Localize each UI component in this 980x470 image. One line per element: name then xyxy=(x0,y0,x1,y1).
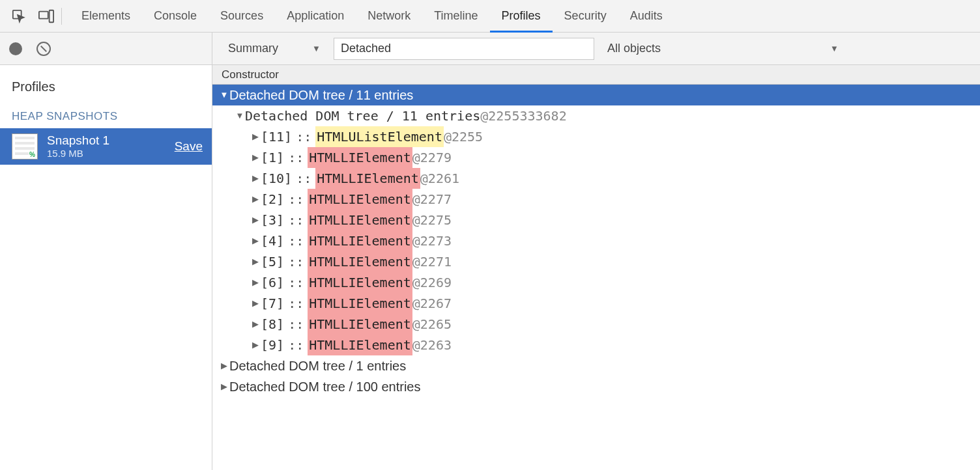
record-button[interactable] xyxy=(9,42,22,55)
separator: :: xyxy=(284,147,308,168)
tree-row[interactable]: [9]::HTMLLIElement @2263 xyxy=(212,335,980,355)
disclosure-triangle-icon[interactable] xyxy=(250,210,261,230)
divider xyxy=(61,8,62,25)
separator: :: xyxy=(292,126,315,147)
sidebar-category: HEAP SNAPSHOTS xyxy=(0,101,212,128)
element-type: HTMLLIElement xyxy=(308,189,412,210)
tab-console[interactable]: Console xyxy=(142,0,209,32)
inspect-element-icon[interactable] xyxy=(5,0,33,33)
tab-security[interactable]: Security xyxy=(553,0,618,32)
snapshot-icon: % xyxy=(12,133,38,159)
chevron-down-icon: ▼ xyxy=(830,44,839,53)
tab-network[interactable]: Network xyxy=(356,0,422,32)
disclosure-triangle-icon[interactable] xyxy=(219,355,229,376)
tree-row[interactable]: [10]::HTMLLIElement @2261 xyxy=(212,168,980,189)
tree-row[interactable]: Detached DOM tree / 100 entries xyxy=(212,376,980,397)
object-id: @2267 xyxy=(412,293,452,314)
main-toolbar: Summary ▼ All objects ▼ xyxy=(212,33,980,65)
panel-tabs: ElementsConsoleSourcesApplicationNetwork… xyxy=(70,0,674,32)
disclosure-triangle-icon[interactable] xyxy=(219,376,229,397)
index: [3] xyxy=(261,210,284,230)
object-id: @2265 xyxy=(412,314,452,335)
object-id: @2269 xyxy=(412,272,452,293)
snapshot-save-link[interactable]: Save xyxy=(175,139,203,154)
separator: :: xyxy=(284,272,308,293)
index: [5] xyxy=(261,251,284,272)
separator: :: xyxy=(284,314,308,335)
disclosure-triangle-icon[interactable] xyxy=(250,189,261,210)
separator: :: xyxy=(292,168,315,189)
svg-rect-1 xyxy=(39,11,48,18)
tree-row[interactable]: [1]::HTMLLIElement @2279 xyxy=(212,147,980,168)
tree-row[interactable]: Detached DOM tree / 11 entries xyxy=(212,85,980,105)
tree-row[interactable]: [6]::HTMLLIElement @2269 xyxy=(212,272,980,293)
element-type: HTMLUListElement xyxy=(315,126,444,147)
separator: :: xyxy=(284,335,308,355)
element-type: HTMLLIElement xyxy=(308,293,412,314)
snapshot-text: Snapshot 1 15.9 MB xyxy=(47,134,175,159)
disclosure-triangle-icon[interactable] xyxy=(250,126,261,147)
index: [8] xyxy=(261,314,284,335)
tab-profiles[interactable]: Profiles xyxy=(490,0,553,32)
clear-button[interactable] xyxy=(36,42,51,56)
disclosure-triangle-icon[interactable] xyxy=(250,230,261,251)
tree-row[interactable]: Detached DOM tree / 1 entries xyxy=(212,355,980,376)
tree-row-label: Detached DOM tree / 11 entries xyxy=(229,85,413,105)
object-id: @2263 xyxy=(412,335,452,355)
object-id: @2275 xyxy=(412,210,452,230)
element-type: HTMLLIElement xyxy=(315,168,420,189)
object-id: @2279 xyxy=(412,147,452,168)
object-id: @2255333682 xyxy=(480,105,566,126)
separator: :: xyxy=(284,210,308,230)
tree-row[interactable]: [8]::HTMLLIElement @2265 xyxy=(212,314,980,335)
tab-audits[interactable]: Audits xyxy=(618,0,674,32)
element-type: HTMLLIElement xyxy=(308,272,412,293)
disclosure-triangle-icon[interactable] xyxy=(250,314,261,335)
profiles-sidebar: Profiles HEAP SNAPSHOTS % Snapshot 1 15.… xyxy=(0,33,212,470)
tab-timeline[interactable]: Timeline xyxy=(422,0,489,32)
object-id: @2273 xyxy=(412,230,452,251)
column-header-constructor[interactable]: Constructor xyxy=(212,65,980,85)
object-id: @2261 xyxy=(420,168,459,189)
element-type: HTMLLIElement xyxy=(308,314,412,335)
tree-row[interactable]: [5]::HTMLLIElement @2271 xyxy=(212,251,980,272)
sidebar-toolbar xyxy=(0,33,212,65)
tree-row[interactable]: [4]::HTMLLIElement @2273 xyxy=(212,230,980,251)
disclosure-triangle-icon[interactable] xyxy=(250,335,261,355)
index: [10] xyxy=(261,168,292,189)
disclosure-triangle-icon[interactable] xyxy=(235,105,245,126)
class-filter-input[interactable] xyxy=(334,38,594,60)
tab-application[interactable]: Application xyxy=(275,0,356,32)
sidebar-title: Profiles xyxy=(0,65,212,101)
element-type: HTMLLIElement xyxy=(308,210,412,230)
tree-row[interactable]: [11]::HTMLUListElement @2255 xyxy=(212,126,980,147)
tree-row[interactable]: [7]::HTMLLIElement @2267 xyxy=(212,293,980,314)
main-panel: Summary ▼ All objects ▼ Constructor Deta… xyxy=(212,33,980,470)
tab-elements[interactable]: Elements xyxy=(70,0,142,32)
chevron-down-icon: ▼ xyxy=(312,44,321,53)
disclosure-triangle-icon[interactable] xyxy=(250,168,261,189)
tree-row-label: Detached DOM tree / 11 entries xyxy=(245,105,480,126)
element-type: HTMLLIElement xyxy=(308,147,412,168)
tree-row[interactable]: [2]::HTMLLIElement @2277 xyxy=(212,189,980,210)
disclosure-triangle-icon[interactable] xyxy=(250,272,261,293)
device-toolbar-icon[interactable] xyxy=(33,0,60,33)
view-dropdown[interactable]: Summary ▼ xyxy=(222,38,327,59)
disclosure-triangle-icon[interactable] xyxy=(250,293,261,314)
snapshot-name: Snapshot 1 xyxy=(47,134,175,148)
disclosure-triangle-icon[interactable] xyxy=(250,251,261,272)
svg-rect-2 xyxy=(50,10,53,21)
scope-dropdown[interactable]: All objects ▼ xyxy=(601,38,845,59)
tree-row[interactable]: [3]::HTMLLIElement @2275 xyxy=(212,210,980,230)
separator: :: xyxy=(284,293,308,314)
disclosure-triangle-icon[interactable] xyxy=(219,85,229,105)
disclosure-triangle-icon[interactable] xyxy=(250,147,261,168)
object-id: @2271 xyxy=(412,251,452,272)
scope-dropdown-label: All objects xyxy=(607,42,661,55)
snapshot-item[interactable]: % Snapshot 1 15.9 MB Save xyxy=(0,128,212,165)
index: [2] xyxy=(261,189,284,210)
tree-row[interactable]: Detached DOM tree / 11 entries @22553336… xyxy=(212,105,980,126)
element-type: HTMLLIElement xyxy=(308,335,412,355)
object-id: @2277 xyxy=(412,189,452,210)
tab-sources[interactable]: Sources xyxy=(209,0,275,32)
